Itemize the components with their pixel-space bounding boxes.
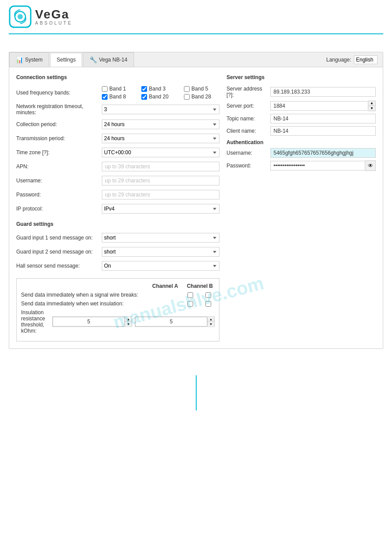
frequency-bands-row: Used frequency bands: Band 1 Band 3 <box>16 86 219 100</box>
auth-password-input[interactable] <box>270 161 365 170</box>
logo: VeGa ABSOLUTE <box>9 5 72 28</box>
transmission-period-control: 1 hour2 hours4 hours8 hours12 hours24 ho… <box>102 134 219 143</box>
collection-period-control: 1 hour2 hours4 hours8 hours12 hours24 ho… <box>102 120 219 129</box>
channel-a-decrement[interactable]: ▼ <box>125 322 132 326</box>
wet-insulation-channel-a[interactable] <box>187 301 193 307</box>
tab-settings[interactable]: Settings <box>50 53 82 67</box>
tab-vega-label: Vega NB-14 <box>99 57 127 63</box>
wet-insulation-checkboxes <box>187 301 211 307</box>
band28-item[interactable]: Band 28 <box>184 94 219 100</box>
guard1-label: Guard input 1 send message on: <box>16 235 102 241</box>
guard2-row: Guard input 2 send message on: shortlong… <box>16 247 219 257</box>
time-zone-label: Time zone [?]: <box>16 149 102 156</box>
conn-password-label: Password: <box>16 192 102 198</box>
insulation-threshold-row: Insulation resistance threshold, kOhm: ▲… <box>21 309 215 334</box>
hall-sensor-label: Hall sensor send message: <box>16 263 102 269</box>
client-name-row: Client name: <box>227 126 376 136</box>
tab-system[interactable]: 📊 System <box>9 52 49 67</box>
logo-icon <box>9 5 32 28</box>
port-decrement[interactable]: ▼ <box>368 106 375 111</box>
bottom-line <box>196 375 197 410</box>
svg-point-2 <box>18 14 23 19</box>
channel-b-decrement[interactable]: ▼ <box>207 322 214 326</box>
band28-checkbox[interactable] <box>184 94 190 100</box>
topic-name-input[interactable] <box>270 114 376 123</box>
network-timeout-row: Network registration timeout, minutes: 3… <box>16 103 219 116</box>
conn-username-row: Username: <box>16 175 219 186</box>
conn-password-input[interactable] <box>102 190 219 200</box>
header-divider <box>9 33 383 34</box>
network-timeout-control: 35101530 <box>102 105 219 114</box>
channel-headers: Channel A Channel B <box>152 283 213 289</box>
server-port-label: Server port: <box>227 103 270 109</box>
port-spinners: ▲ ▼ <box>368 101 376 111</box>
collection-period-select[interactable]: 1 hour2 hours4 hours8 hours12 hours24 ho… <box>102 120 219 129</box>
server-address-input[interactable] <box>270 87 376 97</box>
content-area: Connection settings Used frequency bands… <box>9 67 383 348</box>
wire-break-row: Send data immediately when a signal wire… <box>21 292 215 298</box>
band5-item[interactable]: Band 5 <box>184 86 219 92</box>
apn-input[interactable] <box>102 162 219 171</box>
app-header: VeGa ABSOLUTE <box>0 0 392 33</box>
band28-label: Band 28 <box>191 94 211 100</box>
band20-label: Band 20 <box>149 94 169 100</box>
server-port-input[interactable] <box>270 101 368 111</box>
band3-item[interactable]: Band 3 <box>141 86 177 92</box>
band3-checkbox[interactable] <box>141 86 147 92</box>
wire-break-channel-b[interactable] <box>205 292 211 298</box>
band8-label: Band 8 <box>109 94 126 100</box>
band1-checkbox[interactable] <box>102 86 108 92</box>
auth-username-label: Username: <box>227 150 270 156</box>
channel-header-row: Channel A Channel B <box>21 283 215 289</box>
band8-item[interactable]: Band 8 <box>102 94 134 100</box>
time-zone-select[interactable]: UTC+00:00UTC+01:00UTC+02:00UTC+03:00 <box>102 148 219 157</box>
channel-b-threshold-input[interactable] <box>135 317 207 326</box>
logo-vega: VeGa <box>35 8 72 21</box>
toggle-password-button[interactable]: 👁 <box>365 160 376 171</box>
band5-checkbox[interactable] <box>184 86 190 92</box>
channel-b-increment[interactable]: ▲ <box>207 317 214 322</box>
hall-sensor-control: OnOff <box>102 261 219 271</box>
band20-checkbox[interactable] <box>141 94 147 100</box>
insulation-threshold-label: Insulation resistance threshold, kOhm: <box>21 309 52 334</box>
guard2-control: shortlongboth <box>102 247 219 257</box>
server-address-row: Server address [?]: <box>227 86 376 98</box>
network-timeout-select[interactable]: 35101530 <box>102 105 219 114</box>
tab-settings-label: Settings <box>57 57 76 63</box>
guard2-label: Guard input 2 send message on: <box>16 249 102 255</box>
channel-b-spinner-group: ▲ ▼ <box>135 316 215 327</box>
topic-name-row: Topic name: <box>227 114 376 123</box>
wire-break-channel-a[interactable] <box>187 292 193 298</box>
conn-username-input[interactable] <box>102 176 219 185</box>
channel-a-increment[interactable]: ▲ <box>125 317 132 322</box>
transmission-period-select[interactable]: 1 hour2 hours4 hours8 hours12 hours24 ho… <box>102 134 219 143</box>
hall-sensor-row: Hall sensor send message: OnOff <box>16 261 219 271</box>
guard2-select[interactable]: shortlongboth <box>102 247 219 257</box>
wet-insulation-channel-b[interactable] <box>205 301 211 307</box>
hall-sensor-select[interactable]: OnOff <box>102 261 219 271</box>
collection-period-row: Collection period: 1 hour2 hours4 hours8… <box>16 119 219 130</box>
tab-vega-nb14[interactable]: 🔧 Vega NB-14 <box>83 52 134 67</box>
connection-settings: Connection settings Used frequency bands… <box>16 74 219 214</box>
time-zone-row: Time zone [?]: UTC+00:00UTC+01:00UTC+02:… <box>16 147 219 158</box>
server-settings-title: Server settings <box>227 74 376 80</box>
ip-protocol-select[interactable]: IPv4IPv6 <box>102 204 219 214</box>
band1-item[interactable]: Band 1 <box>102 86 134 92</box>
channel-a-threshold-input[interactable] <box>53 317 125 326</box>
auth-username-input[interactable] <box>270 148 376 158</box>
logo-text-group: VeGa ABSOLUTE <box>35 8 72 25</box>
frequency-bands-control: Band 1 Band 3 Band 5 <box>102 86 219 100</box>
client-name-input[interactable] <box>270 126 376 136</box>
band8-checkbox[interactable] <box>102 94 108 100</box>
language-dropdown[interactable]: English Russian <box>354 55 378 64</box>
auth-username-row: Username: <box>227 148 376 158</box>
guard1-select[interactable]: shortlongboth <box>102 233 219 243</box>
language-label: Language: <box>326 57 351 63</box>
network-timeout-label: Network registration timeout, minutes: <box>16 103 102 116</box>
port-increment[interactable]: ▲ <box>368 101 375 106</box>
guard-settings-title: Guard settings <box>16 221 219 227</box>
auth-header: Authentication <box>227 139 376 145</box>
band20-item[interactable]: Band 20 <box>141 94 177 100</box>
guard1-control: shortlongboth <box>102 233 219 243</box>
server-port-row: Server port: ▲ ▼ <box>227 101 376 111</box>
